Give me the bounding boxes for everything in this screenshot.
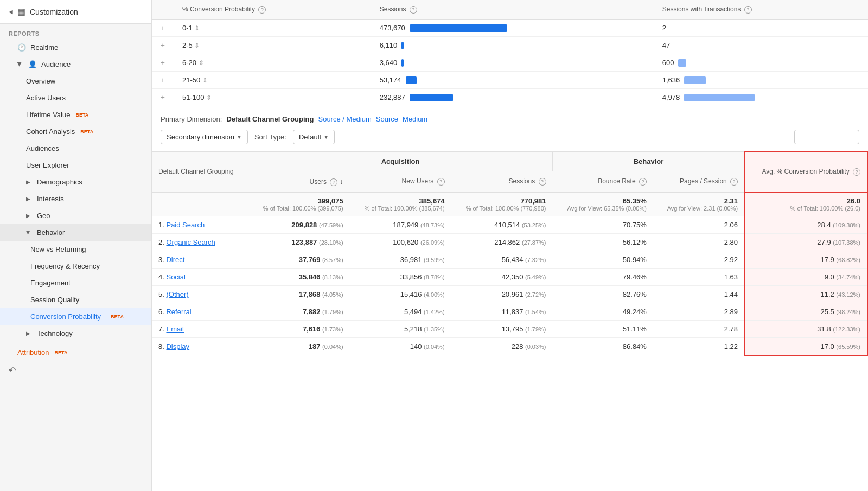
row-link[interactable]: Display: [166, 342, 189, 350]
sessions-help-icon[interactable]: ?: [539, 178, 546, 186]
medium-link[interactable]: Medium: [403, 115, 427, 123]
sidebar-item-demographics[interactable]: ▶ Demographics: [0, 174, 151, 190]
sidebar-item-new-vs-returning[interactable]: New vs Returning: [0, 241, 151, 258]
sidebar-item-realtime[interactable]: 🕐 Realtime: [0, 39, 151, 56]
expand-icon[interactable]: +: [152, 20, 174, 37]
sessions-cell: 3,640: [371, 54, 654, 72]
users-help-icon[interactable]: ?: [330, 178, 337, 186]
col1-help-icon[interactable]: ?: [258, 6, 266, 14]
sort-type-dropdown[interactable]: Default ▼: [293, 130, 335, 144]
sidebar-item-engagement[interactable]: Engagement: [0, 275, 151, 291]
table-search-input[interactable]: [794, 130, 859, 144]
sidebar-item-lifetime-value[interactable]: Lifetime Value BETA: [0, 106, 151, 123]
col-header-avg-conversion: Avg. % Conversion Probability ?: [745, 151, 867, 192]
expand-icon[interactable]: +: [152, 89, 174, 106]
person-icon: 👤: [28, 60, 37, 68]
expand-icon[interactable]: +: [152, 37, 174, 54]
bounce-rate-help-icon[interactable]: ?: [639, 178, 647, 186]
sidebar-item-overview[interactable]: Overview: [0, 73, 151, 90]
col-transactions: Sessions with Transactions ?: [654, 0, 868, 20]
group-header-acquisition: Acquisition: [248, 151, 553, 171]
sidebar-item-audiences[interactable]: Audiences: [0, 140, 151, 157]
row-pages-session-cell: 2.89: [653, 303, 745, 320]
engagement-label: Engagement: [30, 279, 71, 287]
sidebar-item-frequency-recency[interactable]: Frequency & Recency: [0, 258, 151, 275]
behavior-label: Behavior: [37, 228, 65, 237]
secondary-dimension-dropdown[interactable]: Secondary dimension ▼: [161, 130, 248, 144]
sidebar-item-user-explorer[interactable]: User Explorer: [0, 157, 151, 174]
col3-help-icon[interactable]: ?: [744, 6, 752, 14]
sidebar-header: ◀ ▦ Customization: [0, 0, 151, 24]
row-bounce-rate-cell: 86.84%: [553, 337, 653, 355]
sidebar-item-session-quality[interactable]: Session Quality: [0, 291, 151, 308]
table-row: 5. (Other) 17,868 (4.05%) 15,416 (4.00%)…: [152, 285, 867, 303]
sidebar-item-behavior[interactable]: ▶ Behavior: [0, 224, 151, 241]
row-link[interactable]: Social: [166, 273, 185, 281]
sessions-cell: 53,174: [371, 72, 654, 89]
row-sessions-cell: 56,434 (7.32%): [451, 251, 553, 268]
sidebar-item-attribution[interactable]: Attribution BETA: [0, 344, 151, 361]
range-cell: 21-50 ⇕: [174, 72, 371, 89]
source-link[interactable]: Source: [376, 115, 398, 123]
row-pages-session-cell: 1.63: [653, 268, 745, 285]
geo-label: Geo: [37, 212, 50, 220]
sidebar-item-interests[interactable]: ▶ Interests: [0, 190, 151, 207]
col-header-bounce-rate: Bounce Rate ?: [553, 171, 653, 192]
sidebar-item-conversion-probability[interactable]: Conversion Probability BETA: [0, 308, 151, 325]
expand-icon[interactable]: +: [152, 54, 174, 72]
row-new-users-cell: 187,949 (48.73%): [350, 216, 451, 233]
transactions-cell: 2: [654, 20, 868, 37]
new-users-help-icon[interactable]: ?: [437, 178, 445, 186]
users-sort-icon[interactable]: ↓: [340, 177, 343, 186]
row-avg-conversion-cell: 31.8 (122.33%): [745, 320, 867, 337]
row-new-users-cell: 33,856 (8.78%): [350, 268, 451, 285]
row-bounce-rate-cell: 70.75%: [553, 216, 653, 233]
main-data-table: Default Channel Grouping Acquisition Beh…: [152, 151, 868, 356]
col-header-sessions: Sessions ?: [451, 171, 553, 192]
row-sessions-cell: 20,961 (2.72%): [451, 285, 553, 303]
expand-icon[interactable]: +: [152, 72, 174, 89]
row-link[interactable]: Organic Search: [166, 238, 215, 246]
behavior-arrow-icon: ▶: [25, 231, 31, 235]
top-table-row: + 51-100 ⇕ 232,887 4,978: [152, 89, 868, 106]
sidebar-item-geo[interactable]: ▶ Geo: [0, 207, 151, 224]
conversion-ranges-table: % Conversion Probability ? Sessions ? Se…: [152, 0, 868, 106]
row-pages-session-cell: 2.80: [653, 233, 745, 251]
row-users-cell: 187 (0.04%): [248, 337, 350, 355]
table-row: 1. Paid Search 209,828 (47.59%) 187,949 …: [152, 216, 867, 233]
source-medium-link[interactable]: Source / Medium: [318, 115, 371, 123]
total-pages-session-cell: 2.31 Avg for View: 2.31 (0.00%): [653, 192, 745, 216]
sidebar-item-active-users[interactable]: Active Users: [0, 90, 151, 106]
row-link[interactable]: Direct: [166, 256, 184, 264]
primary-dim-value: Default Channel Grouping: [226, 115, 314, 123]
col2-help-icon[interactable]: ?: [410, 6, 417, 14]
row-new-users-cell: 5,494 (1.42%): [350, 303, 451, 320]
row-link[interactable]: Referral: [166, 308, 191, 316]
row-link[interactable]: Paid Search: [166, 221, 205, 229]
col-header-dimension: Default Channel Grouping: [152, 151, 248, 192]
table-row: 3. Direct 37,769 (8.57%) 36,981 (9.59%) …: [152, 251, 867, 268]
row-new-users-cell: 140 (0.04%): [350, 337, 451, 355]
avg-conversion-help-icon[interactable]: ?: [853, 168, 860, 176]
row-link[interactable]: (Other): [166, 290, 188, 298]
row-pages-session-cell: 2.06: [653, 216, 745, 233]
clock-icon: 🕐: [17, 43, 26, 52]
row-users-cell: 17,868 (4.05%): [248, 285, 350, 303]
row-pages-session-cell: 2.92: [653, 251, 745, 268]
sidebar-collapse-icon[interactable]: ◀: [9, 9, 13, 15]
geo-arrow-icon: ▶: [26, 213, 30, 219]
pages-session-help-icon[interactable]: ?: [730, 178, 738, 186]
sidebar-item-audience[interactable]: ▶ 👤 Audience: [0, 56, 151, 73]
frequency-recency-label: Frequency & Recency: [30, 262, 100, 270]
col-header-new-users: New Users ?: [350, 171, 451, 192]
sidebar-item-technology[interactable]: ▶ Technology: [0, 325, 151, 342]
sessions-cell: 232,887: [371, 89, 654, 106]
sidebar-item-cohort-analysis[interactable]: Cohort Analysis BETA: [0, 123, 151, 140]
undo-icon[interactable]: ↶: [9, 366, 16, 375]
customization-label: Customization: [30, 8, 78, 16]
row-link[interactable]: Email: [166, 325, 184, 333]
col-conversion-probability: % Conversion Probability ?: [174, 0, 371, 20]
table-total-row: 399,075 % of Total: 100.00% (399,075) 38…: [152, 192, 867, 216]
row-pages-session-cell: 1.44: [653, 285, 745, 303]
cohort-analysis-beta: BETA: [80, 129, 93, 135]
